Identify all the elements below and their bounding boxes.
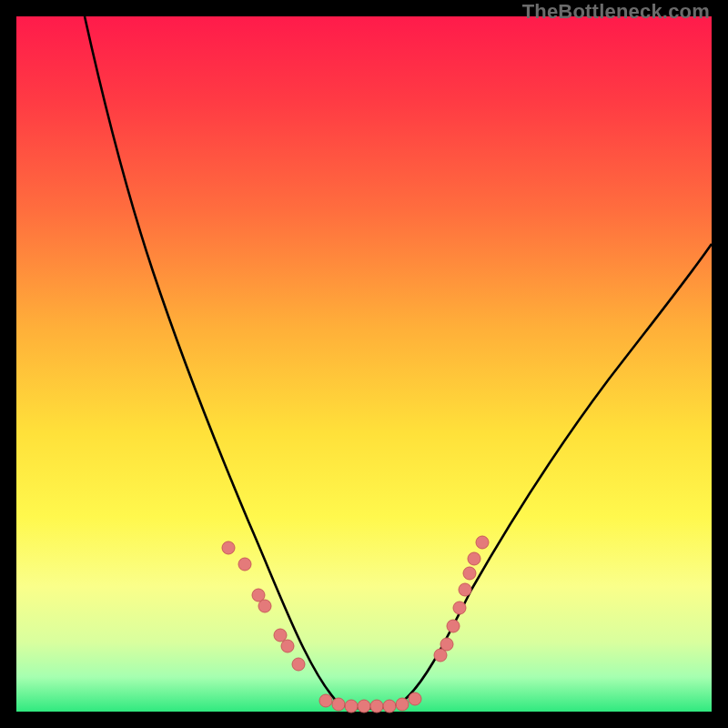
svg-point-13 xyxy=(396,698,409,711)
svg-point-1 xyxy=(238,558,251,571)
bottleneck-curve xyxy=(85,16,712,709)
svg-point-20 xyxy=(463,567,476,580)
svg-point-21 xyxy=(468,552,480,565)
svg-point-22 xyxy=(476,536,489,549)
svg-point-16 xyxy=(440,638,453,651)
svg-point-17 xyxy=(447,620,460,632)
svg-point-9 xyxy=(345,700,358,713)
left-marker-cluster xyxy=(222,541,305,671)
svg-point-5 xyxy=(281,640,294,652)
svg-point-14 xyxy=(409,693,421,705)
watermark-text: TheBottleneck.com xyxy=(522,0,710,24)
svg-point-4 xyxy=(274,629,287,642)
svg-point-0 xyxy=(222,541,235,554)
svg-point-10 xyxy=(358,700,370,713)
curve-svg xyxy=(16,16,712,712)
plot-area xyxy=(16,16,712,712)
right-marker-cluster xyxy=(434,536,489,662)
svg-point-8 xyxy=(332,698,345,711)
chart-stage: TheBottleneck.com xyxy=(0,0,728,728)
svg-point-7 xyxy=(319,694,332,707)
svg-point-6 xyxy=(292,658,305,671)
svg-point-11 xyxy=(370,700,383,713)
svg-point-12 xyxy=(383,700,396,713)
svg-point-3 xyxy=(258,600,271,612)
svg-point-18 xyxy=(453,602,466,614)
svg-point-19 xyxy=(459,583,471,596)
